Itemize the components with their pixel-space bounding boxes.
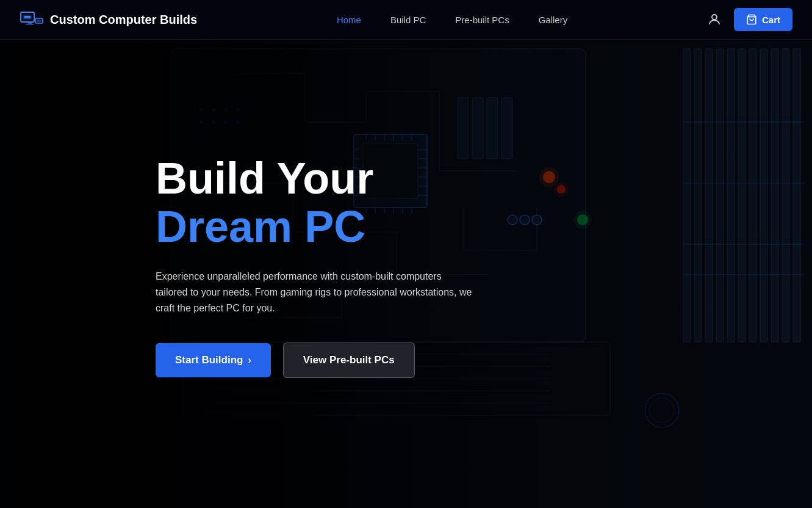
navbar: Custom Computer Builds Home Build PC Pre… xyxy=(0,0,812,40)
svg-rect-2 xyxy=(24,16,31,18)
view-prebuilt-label: View Pre-built PCs xyxy=(303,354,395,366)
nav-build-pc[interactable]: Build PC xyxy=(390,15,426,25)
hero-title-line1: Build Your xyxy=(156,154,476,203)
hero-subtitle: Experience unparalleled performance with… xyxy=(156,269,476,317)
cart-icon xyxy=(746,14,757,25)
nav-gallery[interactable]: Gallery xyxy=(539,15,568,25)
nav-home[interactable]: Home xyxy=(337,15,361,25)
svg-rect-6 xyxy=(37,20,41,22)
svg-rect-4 xyxy=(26,24,34,25)
cart-label: Cart xyxy=(762,15,780,25)
chevron-right-icon: › xyxy=(248,355,251,366)
logo[interactable]: Custom Computer Builds xyxy=(20,7,197,32)
nav-prebuilt[interactable]: Pre-built PCs xyxy=(455,15,509,25)
view-prebuilt-button[interactable]: View Pre-built PCs xyxy=(283,343,415,378)
start-building-label: Start Building xyxy=(175,354,243,366)
nav-actions: Cart xyxy=(707,8,792,31)
cart-button[interactable]: Cart xyxy=(734,8,792,31)
svg-point-7 xyxy=(712,15,717,20)
brand-name: Custom Computer Builds xyxy=(50,13,197,27)
logo-icon xyxy=(20,7,44,32)
user-icon[interactable] xyxy=(707,12,722,27)
hero-section: Build Your Dream PC Experience unparalle… xyxy=(0,0,812,508)
svg-rect-3 xyxy=(28,22,32,24)
hero-buttons: Start Building › View Pre-built PCs xyxy=(156,343,476,378)
hero-title-line2: Dream PC xyxy=(156,203,476,251)
hero-content: Build Your Dream PC Experience unparalle… xyxy=(0,154,476,378)
nav-links: Home Build PC Pre-built PCs Gallery xyxy=(337,15,567,25)
start-building-button[interactable]: Start Building › xyxy=(156,343,271,377)
